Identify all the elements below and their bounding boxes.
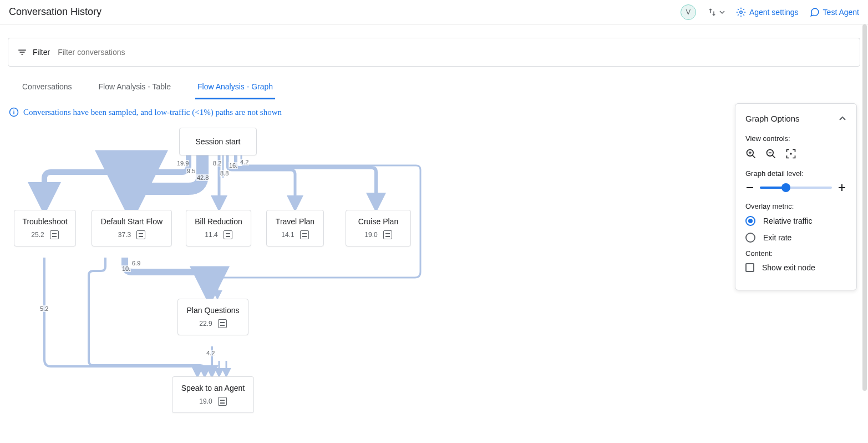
detail-slider-row: [745, 183, 846, 192]
options-header[interactable]: Graph Options: [745, 114, 846, 123]
chevron-up-icon[interactable]: [839, 115, 846, 123]
filter-icon: [17, 47, 27, 57]
node-troubleshoot[interactable]: Troubleshoot 25.2: [14, 210, 76, 246]
zoom-in-icon[interactable]: [745, 148, 757, 159]
list-icon[interactable]: [224, 230, 232, 239]
node-value: 14.1: [281, 231, 294, 239]
node-default-start-flow[interactable]: Default Start Flow 37.3: [92, 210, 172, 246]
list-icon[interactable]: [218, 319, 227, 328]
node-meta: 19.0: [364, 230, 392, 239]
edge-label: 4.2: [240, 159, 249, 165]
edge-label: 9.5: [186, 168, 196, 174]
node-bill-reduction[interactable]: Bill Reduction 11.4: [186, 210, 251, 246]
node-title: Default Start Flow: [101, 217, 163, 226]
tab-flow-table[interactable]: Flow Analysis - Table: [97, 77, 173, 99]
page-title: Conversation History: [9, 6, 101, 18]
node-value: 19.0: [364, 231, 377, 239]
node-title: Bill Reduction: [195, 217, 242, 226]
list-icon[interactable]: [136, 230, 145, 239]
radio-label: Relative traffic: [763, 217, 812, 225]
flow-graph-canvas[interactable]: Session start Troubleshoot 25.2 Default …: [0, 117, 710, 443]
fit-screen-icon[interactable]: [785, 148, 796, 159]
node-meta: 37.3: [118, 230, 145, 239]
edges-layer: [0, 117, 710, 443]
node-value: 11.4: [205, 231, 217, 239]
node-title: Session start: [196, 137, 241, 146]
overlay-metric-label: Overlay metric:: [745, 202, 846, 210]
node-session-start[interactable]: Session start: [179, 128, 257, 155]
node-speak-to-agent[interactable]: Speak to an Agent 19.0: [172, 376, 254, 413]
edge-label: 6.9: [131, 260, 141, 266]
node-meta: 25.2: [31, 230, 58, 239]
info-banner: Conversations have been sampled, and low…: [9, 107, 860, 117]
detail-level-label: Graph detail level:: [745, 169, 846, 178]
node-value: 25.2: [31, 231, 44, 239]
node-cruise-plan[interactable]: Cruise Plan 19.0: [346, 210, 411, 246]
node-title: Plan Questions: [187, 306, 240, 315]
info-text: Conversations have been sampled, and low…: [23, 108, 282, 117]
graph-options-panel: Graph Options View controls: Graph detai…: [735, 103, 857, 290]
node-value: 19.0: [199, 397, 212, 405]
scrollbar-thumb[interactable]: [862, 24, 867, 391]
node-plan-questions[interactable]: Plan Questions 22.9: [177, 299, 248, 335]
gear-icon: [736, 7, 746, 17]
radio-icon: [745, 216, 755, 226]
agent-settings-link[interactable]: Agent settings: [736, 7, 799, 17]
view-controls: [745, 148, 846, 159]
list-icon[interactable]: [300, 230, 309, 239]
radio-label: Exit rate: [763, 233, 791, 242]
checkbox-icon: [745, 263, 754, 272]
tabs: Conversations Flow Analysis - Table Flow…: [20, 77, 860, 99]
test-agent-label: Test Agent: [823, 8, 859, 17]
node-title: Speak to an Agent: [181, 384, 245, 392]
list-icon[interactable]: [383, 230, 392, 239]
view-controls-label: View controls:: [745, 134, 846, 143]
svg-line-5: [753, 155, 755, 158]
chat-icon: [810, 7, 820, 17]
plus-icon[interactable]: [837, 183, 846, 192]
edge-label: 8.8: [220, 170, 229, 177]
node-meta: 11.4: [205, 230, 232, 239]
node-travel-plan[interactable]: Travel Plan 14.1: [266, 210, 324, 246]
node-title: Troubleshoot: [22, 217, 67, 226]
edge-label: 10.: [121, 265, 131, 272]
checkbox-label: Show exit node: [762, 263, 815, 272]
edge-label: 16.: [229, 162, 238, 169]
detail-slider[interactable]: [760, 187, 832, 189]
node-meta: 19.0: [199, 397, 226, 406]
edge-label: 5.2: [39, 305, 49, 312]
tab-flow-graph[interactable]: Flow Analysis - Graph: [195, 77, 275, 99]
svg-line-9: [773, 155, 775, 158]
node-meta: 14.1: [281, 230, 308, 239]
radio-icon: [745, 233, 755, 243]
app-header: Conversation History V Agent settings Te…: [0, 0, 868, 24]
filter-input[interactable]: [58, 48, 851, 57]
list-icon[interactable]: [50, 230, 59, 239]
svg-point-3: [13, 110, 14, 111]
zoom-out-icon[interactable]: [765, 148, 776, 159]
edge-label: 19.9: [176, 160, 189, 167]
tab-conversations[interactable]: Conversations: [20, 77, 74, 99]
header-actions: V Agent settings Test Agent: [681, 4, 859, 20]
node-value: 22.9: [199, 320, 212, 328]
filter-bar[interactable]: Filter: [8, 38, 860, 67]
test-agent-link[interactable]: Test Agent: [810, 7, 859, 17]
node-title: Cruise Plan: [358, 217, 398, 226]
publish-dropdown[interactable]: [707, 7, 725, 17]
slider-thumb[interactable]: [781, 183, 790, 192]
list-icon[interactable]: [218, 397, 227, 406]
scrollbar[interactable]: [862, 24, 867, 443]
node-value: 37.3: [118, 231, 131, 239]
radio-relative-traffic[interactable]: Relative traffic: [745, 216, 846, 226]
edge-label: 8.2: [212, 160, 222, 167]
svg-point-0: [740, 11, 743, 13]
radio-exit-rate[interactable]: Exit rate: [745, 233, 846, 243]
swap-vert-icon: [707, 7, 717, 17]
node-meta: 22.9: [199, 319, 226, 328]
edge-label: 42.8: [196, 174, 209, 181]
checkbox-show-exit-node[interactable]: Show exit node: [745, 263, 846, 272]
node-title: Travel Plan: [276, 217, 314, 226]
avatar[interactable]: V: [681, 4, 696, 20]
minus-icon[interactable]: [745, 183, 754, 192]
options-title: Graph Options: [745, 114, 800, 123]
